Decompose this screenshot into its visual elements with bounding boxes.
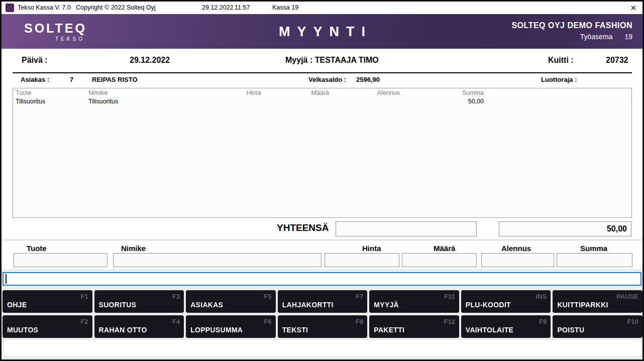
customer-label: Asiakas :	[21, 76, 49, 83]
receipt-label: Kuitti :	[548, 56, 574, 65]
fkey-shortcut: F8	[356, 318, 363, 325]
cell-nimike: Tilisuoritus	[88, 98, 232, 105]
titlebar-time: 11:57	[235, 2, 250, 14]
fkey-label: LAHJAKORTTI	[282, 301, 334, 309]
fkey-muutos-button[interactable]: MUUTOSF2	[3, 315, 92, 338]
items-table: TuoteNimikeHintaMääräAlennusSummaTilisuo…	[13, 88, 632, 218]
date-label: Päivä :	[22, 56, 48, 65]
cell-hinta	[232, 98, 261, 105]
fkey-shortcut: F2	[80, 318, 88, 325]
entry-label-hinta: Hinta	[362, 244, 381, 253]
column-header-hinta: Hinta	[232, 89, 261, 96]
store-name: SOLTEQ OYJ DEMO FASHION	[511, 21, 632, 30]
fkey-label: PLU-KOODIT	[466, 301, 511, 309]
titlebar: Tekso Kassa V. 7.0 Copyright © 2022 Solt…	[2, 2, 642, 14]
app-icon	[6, 4, 14, 12]
fkey-paketti-button[interactable]: PAKETTIF12	[369, 315, 459, 338]
fkey-shortcut: F7	[356, 293, 363, 300]
solteq-logo: SOLTEQ TEKSO	[24, 21, 87, 42]
receipt-value: 20732	[606, 56, 628, 65]
fkey-shortcut: F6	[264, 318, 272, 325]
fkey-poistu-button[interactable]: POISTUF10	[553, 315, 642, 338]
entry-label-summa: Summa	[580, 244, 607, 253]
fkey-shortcut: F11	[444, 293, 455, 300]
logo-secondary: TEKSO	[55, 36, 87, 42]
fkey-shortcut: F1	[80, 293, 88, 300]
fkey-plu-koodit-button[interactable]: PLU-KOODITINS	[461, 290, 551, 313]
fkey-label: VAIHTOLAITE	[466, 326, 513, 334]
fkey-label: MYYJÄ	[374, 301, 399, 309]
table-header-row: TuoteNimikeHintaMääräAlennusSumma	[13, 88, 631, 97]
command-input[interactable]	[3, 272, 641, 286]
fkey-kuittiparkki-button[interactable]: KUITTIPARKKIPAUSE	[553, 290, 642, 313]
cell-alennus	[329, 98, 400, 105]
fkey-label: RAHAN OTTO	[99, 326, 147, 334]
fkey-loppusumma-button[interactable]: LOPPUSUMMAF6	[186, 315, 276, 338]
cell-tuote: Tilisuoritus	[16, 98, 88, 105]
header-store-info: SOLTEQ OYJ DEMO FASHION Työasema 19	[511, 21, 632, 41]
total-entry-field[interactable]	[336, 221, 477, 236]
fkey-shortcut: F4	[172, 318, 180, 325]
app-window: Tekso Kassa V. 7.0 Copyright © 2022 Solt…	[0, 0, 644, 361]
cell-summa: 50,00	[400, 98, 484, 105]
column-header-alennus: Alennus	[329, 89, 400, 96]
entry-label-tuote: Tuote	[27, 244, 47, 253]
workstation-label: Työasema	[580, 33, 613, 41]
fkey-vaihtolaite-button[interactable]: VAIHTOLAITEF9	[461, 315, 551, 338]
entry-input-hinta[interactable]	[325, 253, 399, 267]
fkey-teksti-button[interactable]: TEKSTIF8	[278, 315, 368, 338]
fkey-shortcut: F5	[264, 293, 272, 300]
cell-maara	[261, 98, 329, 105]
fkey-label: PAKETTI	[374, 326, 404, 334]
column-header-nimike: Nimike	[88, 89, 232, 96]
fkey-shortcut: INS	[536, 293, 547, 300]
titlebar-copyright: Copyright © 2022 Solteq Oyj	[76, 2, 156, 14]
total-amount-field: 50,00	[499, 221, 631, 236]
entry-label-maara: Määrä	[434, 244, 455, 253]
fkey-shortcut: PAUSE	[616, 293, 638, 300]
titlebar-register: Kassa 19	[272, 2, 298, 14]
customer-name: REIPAS RISTO	[92, 76, 138, 83]
titlebar-app-title: Tekso Kassa V. 7.0	[18, 2, 71, 14]
entry-input-maara[interactable]	[402, 253, 477, 267]
seller-group: Myyjä : TESTAAJA TIMO	[285, 56, 379, 65]
fkey-label: MUUTOS	[7, 326, 38, 334]
logo-primary: SOLTEQ	[24, 21, 87, 36]
fkey-asiakas-button[interactable]: ASIAKASF5	[186, 290, 276, 313]
section-divider	[2, 239, 642, 240]
seller-value: TESTAAJA TIMO	[315, 56, 379, 64]
fkey-label: ASIAKAS	[190, 301, 223, 309]
fkey-label: SUORITUS	[99, 301, 137, 309]
total-label: YHTEENSÄ	[277, 222, 329, 233]
function-key-grid: OHJEF1SUORITUSF3ASIAKASF5LAHJAKORTTIF7MY…	[3, 290, 642, 338]
entry-input-alennus[interactable]	[481, 253, 554, 267]
fkey-rahan-otto-button[interactable]: RAHAN OTTOF4	[94, 315, 184, 338]
entry-label-alennus: Alennus	[501, 244, 531, 253]
entry-input-summa[interactable]	[557, 253, 632, 267]
entry-input-nimike[interactable]	[113, 253, 321, 267]
seller-label: Myyjä :	[285, 56, 312, 64]
fkey-label: TEKSTI	[282, 326, 308, 334]
text-caret	[6, 274, 7, 284]
fkey-lahjakortti-button[interactable]: LAHJAKORTTIF7	[278, 290, 368, 313]
debt-label: Velkasaldo :	[308, 76, 346, 83]
app-header: SOLTEQ TEKSO MYYNTI SOLTEQ OYJ DEMO FASH…	[2, 14, 642, 49]
fkey-shortcut: F12	[444, 318, 455, 325]
fkey-label: POISTU	[557, 326, 584, 334]
fkey-myyja-button[interactable]: MYYJÄF11	[369, 290, 459, 313]
workstation-value: 19	[624, 33, 632, 41]
fkey-suoritus-button[interactable]: SUORITUSF3	[94, 290, 184, 313]
entry-input-tuote[interactable]	[14, 253, 108, 267]
fkey-ohje-button[interactable]: OHJEF1	[3, 290, 92, 313]
fkey-label: LOPPUSUMMA	[190, 326, 243, 334]
column-header-tuote: Tuote	[16, 89, 88, 96]
titlebar-date: 29.12.2022	[202, 2, 234, 14]
column-header-maara: Määrä	[261, 89, 329, 96]
date-value: 29.12.2022	[130, 56, 170, 65]
debt-value: 2596,90	[356, 76, 380, 83]
close-icon[interactable]: ✕	[628, 2, 638, 14]
fkey-shortcut: F3	[172, 293, 180, 300]
customer-number: 7	[70, 76, 73, 83]
credit-limit-label: Luottoraja :	[541, 76, 577, 83]
table-row[interactable]: TilisuoritusTilisuoritus50,00	[13, 97, 631, 105]
